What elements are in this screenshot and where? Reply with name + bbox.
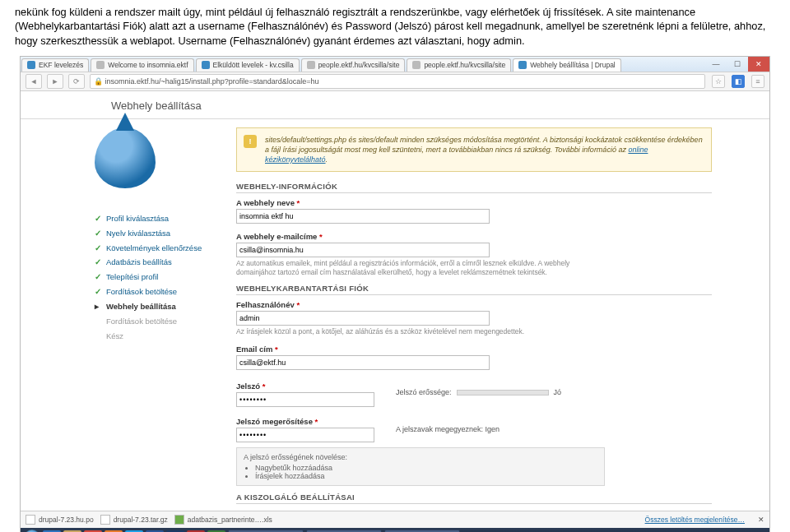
field-label: Email cím * xyxy=(236,345,712,354)
window-controls: — ☐ ✕ xyxy=(705,57,769,72)
password-confirm-input[interactable] xyxy=(236,428,374,442)
back-button[interactable]: ◄ xyxy=(26,74,42,89)
browser-toolbar: ◄ ► ⟳ 🔒 insomnia.ektf.hu/~halig15/instal… xyxy=(21,72,769,91)
step-done: Profil kiválasztása xyxy=(95,211,218,226)
favicon-icon xyxy=(96,61,105,69)
section-heading: WEBHELYKARBANTARTÁSI FIÓK xyxy=(236,284,712,295)
file-icon xyxy=(174,515,184,525)
step-done: Nyelv kiválasztása xyxy=(95,226,218,241)
field-label: A webhely e-mailcíme * xyxy=(236,232,712,241)
field-label: Jelszó * xyxy=(236,382,374,391)
browser-tab[interactable]: Welcome to insomnia.ektf xyxy=(91,58,193,72)
bookmark-icon[interactable]: ☆ xyxy=(712,75,725,88)
password-tips: A jelszó erősségének növelése: Nagybetűk… xyxy=(236,447,605,486)
address-bar[interactable]: 🔒 insomnia.ektf.hu/~halig15/install.php?… xyxy=(90,74,705,89)
file-icon xyxy=(26,515,35,525)
site-email-input[interactable] xyxy=(236,243,490,257)
favicon-icon xyxy=(412,61,421,69)
document-paragraph: nekünk fog küldeni a rendszer mailt úgy,… xyxy=(0,0,790,51)
forward-button[interactable]: ► xyxy=(47,74,63,89)
warning-message: ! sites/default/settings.php és sites/de… xyxy=(236,127,712,172)
field-hint: Az írásjelek közül a pont, a kötőjel, az… xyxy=(236,327,590,336)
embedded-screenshot: EKF levelezés Welcome to insomnia.ektf E… xyxy=(20,56,770,532)
file-icon xyxy=(100,515,110,525)
download-item[interactable]: drupal-7.23.tar.gz xyxy=(100,515,168,525)
install-sidebar: Profil kiválasztása Nyelv kiválasztása K… xyxy=(95,127,218,511)
browser-tabstrip: EKF levelezés Welcome to insomnia.ektf E… xyxy=(21,57,769,72)
close-button[interactable]: ✕ xyxy=(748,57,769,72)
favicon-icon xyxy=(518,61,527,69)
reload-button[interactable]: ⟳ xyxy=(68,74,85,89)
page-content: Webhely beállítása Profil kiválasztása N… xyxy=(21,91,769,511)
step-done: Adatbázis beállítás xyxy=(95,255,218,270)
downloads-shelf: drupal-7.23.hu.po drupal-7.23.tar.gz ada… xyxy=(21,511,769,528)
browser-tab-active[interactable]: Webhely beállítása | Drupal xyxy=(513,58,621,72)
minimize-button[interactable]: — xyxy=(705,57,727,72)
field-hint: Az automatikus emailek, mint például a r… xyxy=(236,259,590,277)
download-item[interactable]: adatbazis_partnerinte….xls xyxy=(174,515,272,525)
maximize-button[interactable]: ☐ xyxy=(727,57,748,72)
warning-icon: ! xyxy=(244,135,257,148)
step-done: Fordítások betöltése xyxy=(95,285,218,299)
extension-icon[interactable]: ◧ xyxy=(732,75,745,88)
download-item[interactable]: drupal-7.23.hu.po xyxy=(26,515,94,525)
install-form: ! sites/default/settings.php és sites/de… xyxy=(236,127,712,511)
password-strength: Jelszó erőssége: Jó xyxy=(396,378,561,396)
step-pending: Fordítások betöltése xyxy=(95,314,218,329)
favicon-icon xyxy=(202,61,210,69)
step-done: Követelmények ellenőrzése xyxy=(95,241,218,256)
section-heading: A KISZOLGÁLÓ BEÁLLÍTÁSAI xyxy=(236,493,712,504)
drupal-logo-icon xyxy=(95,127,169,200)
field-label: A webhely neve * xyxy=(236,198,712,207)
step-done: Telepítési profil xyxy=(95,270,218,285)
browser-tab[interactable]: Elküldött levelek - kv.csilla xyxy=(196,58,300,72)
install-steps: Profil kiválasztása Nyelv kiválasztása K… xyxy=(95,211,218,344)
field-label: Felhasználónév * xyxy=(236,300,712,309)
section-heading: WEBHELY-INFORMÁCIÓK xyxy=(236,182,712,193)
favicon-icon xyxy=(27,61,35,69)
admin-email-input[interactable] xyxy=(236,355,490,370)
windows-taskbar: e ▣ ● ◐ S W Ps ▦ Dw HU ▀ ▮ 🔊 10:072013.1… xyxy=(21,528,769,532)
close-shelf-button[interactable]: ✕ xyxy=(758,516,764,524)
username-input[interactable] xyxy=(236,311,490,326)
menu-icon[interactable]: ≡ xyxy=(751,75,764,88)
step-current: Webhely beállítása xyxy=(95,299,218,314)
browser-tab[interactable]: EKF levelezés xyxy=(21,58,89,72)
password-input[interactable] xyxy=(236,392,374,407)
step-pending: Kész xyxy=(95,329,218,344)
site-name-input[interactable] xyxy=(236,209,490,224)
browser-tab[interactable]: people.ektf.hu/kvcsilla/site xyxy=(301,58,406,72)
password-match: A jelszavak megegyeznek: Igen xyxy=(396,414,500,433)
show-all-downloads-link[interactable]: Összes letöltés megjelenítése… xyxy=(645,516,745,524)
field-label: Jelszó megerősítése * xyxy=(236,417,374,426)
favicon-icon xyxy=(307,61,315,69)
browser-tab[interactable]: people.ektf.hu/kvcsilla/site xyxy=(407,58,511,72)
